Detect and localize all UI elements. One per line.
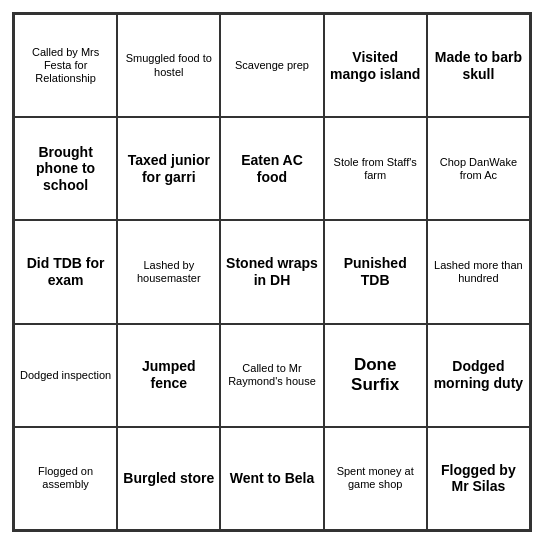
cell-1-2: Eaten AC food — [220, 117, 323, 220]
cell-1-0: Brought phone to school — [14, 117, 117, 220]
cell-0-2: Scavenge prep — [220, 14, 323, 117]
cell-3-3: Done Surfix — [324, 324, 427, 427]
cell-1-3: Stole from Staff's farm — [324, 117, 427, 220]
cell-2-1: Lashed by housemaster — [117, 220, 220, 323]
cell-3-4: Dodged morning duty — [427, 324, 530, 427]
cell-2-4: Lashed more than hundred — [427, 220, 530, 323]
cell-1-4: Chop DanWake from Ac — [427, 117, 530, 220]
bingo-board: Called by Mrs Festa for RelationshipSmug… — [12, 12, 532, 532]
cell-0-1: Smuggled food to hostel — [117, 14, 220, 117]
cell-0-3: Visited mango island — [324, 14, 427, 117]
cell-3-2: Called to Mr Raymond's house — [220, 324, 323, 427]
cell-4-3: Spent money at game shop — [324, 427, 427, 530]
cell-1-1: Taxed junior for garri — [117, 117, 220, 220]
cell-4-2: Went to Bela — [220, 427, 323, 530]
cell-3-1: Jumped fence — [117, 324, 220, 427]
cell-4-1: Burgled store — [117, 427, 220, 530]
cell-0-0: Called by Mrs Festa for Relationship — [14, 14, 117, 117]
cell-2-3: Punished TDB — [324, 220, 427, 323]
cell-2-2: Stoned wraps in DH — [220, 220, 323, 323]
cell-4-0: Flogged on assembly — [14, 427, 117, 530]
cell-4-4: Flogged by Mr Silas — [427, 427, 530, 530]
cell-3-0: Dodged inspection — [14, 324, 117, 427]
cell-2-0: Did TDB for exam — [14, 220, 117, 323]
cell-0-4: Made to barb skull — [427, 14, 530, 117]
